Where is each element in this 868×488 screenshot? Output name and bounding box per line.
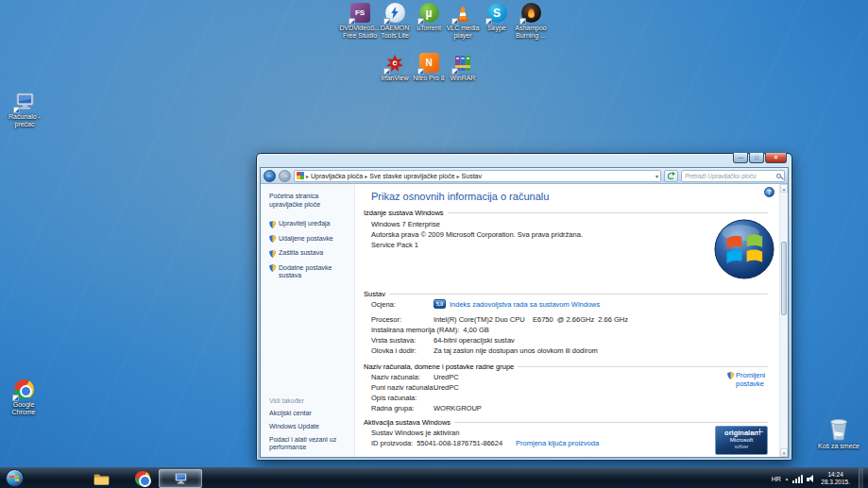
sparkle-icon: [757, 429, 763, 435]
back-button[interactable]: ←: [264, 170, 276, 182]
system-window-icon: [174, 472, 188, 485]
volume-icon[interactable]: [807, 475, 816, 483]
breadcrumb-all-items[interactable]: Sve stavke upravljačke ploče: [369, 173, 454, 179]
shortcut-arrow-icon: [349, 18, 355, 25]
desktop-icon-computer-shortcut[interactable]: Računalo - prečac: [6, 92, 43, 129]
scroll-up-button[interactable]: ▴: [780, 184, 788, 193]
computer-description-label: Opis računala:: [371, 394, 434, 402]
shield-icon: [269, 235, 276, 243]
sidebar-item-windows-update[interactable]: Windows Update: [269, 423, 345, 431]
refresh-button[interactable]: [664, 170, 678, 182]
scroll-up-icon: ▴: [783, 186, 786, 192]
windows-logo-orb: [713, 218, 775, 280]
recycle-bin-icon: [827, 416, 850, 441]
sidebar-item-home[interactable]: Početna stranica upravljačke ploče: [269, 192, 349, 209]
forward-button[interactable]: →: [279, 170, 291, 182]
computer-icon: [15, 92, 35, 111]
product-id-value: 55041-008-1876751-86624: [417, 439, 502, 447]
desktop-icon-irfanview[interactable]: IrfanView: [376, 53, 414, 82]
nitro-pro-icon: N: [419, 53, 439, 73]
daemon-tools-icon: [385, 3, 405, 23]
system-tray: HR ▴ 14:24 28.3.2015.: [772, 468, 863, 488]
minimize-button[interactable]: —: [733, 153, 748, 163]
desktop-icon-recycle-bin[interactable]: Koš za smeće: [816, 416, 861, 450]
taskbar-clock[interactable]: 14:24 28.3.2015.: [821, 471, 852, 486]
desktop-icon-nitro-pro[interactable]: N Nitro Pro 8: [410, 53, 448, 82]
workgroup-label: Radna grupa:: [371, 404, 434, 412]
desktop-icon-google-chrome[interactable]: Google Chrome: [5, 379, 43, 417]
sidebar-item-performance-tools[interactable]: Podaci i alati vezani uz performanse: [269, 436, 345, 453]
desktop-icon-vlc[interactable]: VLC media player: [444, 3, 482, 41]
network-icon[interactable]: [792, 475, 802, 483]
free-studio-icon: FS: [350, 3, 370, 23]
taskbar: HR ▴ 14:24 28.3.2015.: [0, 467, 868, 488]
full-computer-name-label: Puni naziv računala:: [371, 383, 434, 392]
desktop-icon-winrar[interactable]: WinRAR: [444, 53, 482, 82]
control-panel-icon: [297, 172, 304, 179]
activation-status: Sustav Windows je aktiviran: [371, 429, 768, 437]
show-desktop-button[interactable]: [859, 468, 863, 488]
shortcut-arrow-icon: [13, 107, 20, 113]
start-button[interactable]: [6, 469, 24, 487]
edition-line: Windows 7 Enterprise: [371, 220, 768, 228]
breadcrumb-control-panel[interactable]: Upravljačka ploča: [311, 173, 363, 179]
breadcrumb-separator-icon: ▸: [457, 173, 460, 179]
left-pane: Početna stranica upravljačke ploče Uprav…: [261, 184, 355, 457]
windows-flag-icon: [9, 474, 20, 483]
search-box[interactable]: [681, 170, 785, 182]
change-product-key-link[interactable]: Promjena ključa proizvoda: [516, 439, 599, 447]
language-indicator[interactable]: HR: [772, 476, 781, 482]
sidebar-item-remote-settings[interactable]: Udaljene postavke: [269, 235, 352, 244]
scrollbar-thumb[interactable]: [781, 242, 787, 315]
taskbar-chrome-button[interactable]: [130, 469, 155, 488]
service-pack-line: Service Pack 1: [371, 241, 768, 249]
desktop-icon-utorrent[interactable]: µ uTorrent: [410, 3, 448, 32]
sidebar-item-advanced-settings[interactable]: Dodatne postavke sustava: [269, 264, 352, 280]
breadcrumb-system[interactable]: Sustav: [462, 173, 482, 179]
close-icon: ×: [774, 154, 777, 161]
taskbar-system-window-button[interactable]: [159, 469, 202, 488]
help-icon: ?: [767, 189, 771, 195]
section-header-system: Sustav: [364, 290, 768, 298]
vlc-cone-icon: [453, 3, 473, 23]
shortcut-arrow-icon: [417, 68, 424, 75]
page-title: Prikaz osnovnih informacija o računalu: [371, 191, 549, 202]
ram-value: 4,00 GB: [463, 326, 489, 334]
workgroup-value: WORKGROUP: [434, 404, 482, 412]
change-settings-link[interactable]: Promijeni postavke: [727, 371, 776, 389]
sidebar-item-action-center[interactable]: Akcijski centar: [269, 410, 345, 418]
shortcut-arrow-icon: [451, 68, 458, 75]
shield-icon: [269, 264, 276, 272]
chevron-down-icon[interactable]: ▾: [655, 173, 658, 179]
close-button[interactable]: ×: [765, 153, 787, 163]
chrome-icon: [135, 471, 150, 486]
sidebar-item-device-manager[interactable]: Upravitelj uređaja: [269, 220, 352, 228]
copyright-line: Autorska prava © 2009 Microsoft Corporat…: [371, 230, 768, 239]
see-also-header: Vidi također: [269, 397, 345, 404]
search-input[interactable]: [685, 173, 774, 179]
shortcut-arrow-icon: [417, 18, 424, 25]
skype-icon: S: [487, 3, 507, 23]
desktop-icon-skype[interactable]: S Skype: [478, 3, 516, 32]
shortcut-arrow-icon: [383, 68, 390, 75]
vertical-scrollbar[interactable]: ▴ ▾: [779, 184, 788, 457]
maximize-icon: □: [755, 154, 758, 161]
title-bar[interactable]: — □ ×: [260, 154, 789, 167]
show-hidden-icons-button[interactable]: ▴: [786, 476, 789, 481]
help-button[interactable]: ?: [764, 187, 774, 197]
experience-index-link[interactable]: Indeks zadovoljstva rada sa sustavom Win…: [450, 300, 600, 309]
back-icon: ←: [266, 172, 274, 179]
chrome-icon: [14, 379, 34, 399]
genuine-microsoft-badge[interactable]: originalan Microsoft softver: [715, 426, 768, 455]
maximize-button[interactable]: □: [749, 153, 764, 163]
processor-label: Procesor:: [371, 315, 434, 324]
desktop-icon-ashampoo[interactable]: Ashampoo Burning ...: [512, 3, 550, 41]
shortcut-arrow-icon: [12, 395, 19, 401]
desktop-icon-daemon-tools[interactable]: DAEMON Tools Lite: [376, 3, 414, 41]
desktop-icon-dvdvideosoft[interactable]: FS DVDVideoS... Free Studio: [341, 3, 379, 41]
taskbar-explorer-button[interactable]: [89, 469, 113, 488]
address-bar[interactable]: ▸ Upravljačka ploča ▸ Sve stavke upravlj…: [294, 170, 661, 182]
scroll-down-button[interactable]: ▾: [780, 448, 788, 457]
computer-name-label: Naziv računala:: [371, 373, 434, 381]
sidebar-item-system-protection[interactable]: Zaštita sustava: [269, 249, 352, 258]
